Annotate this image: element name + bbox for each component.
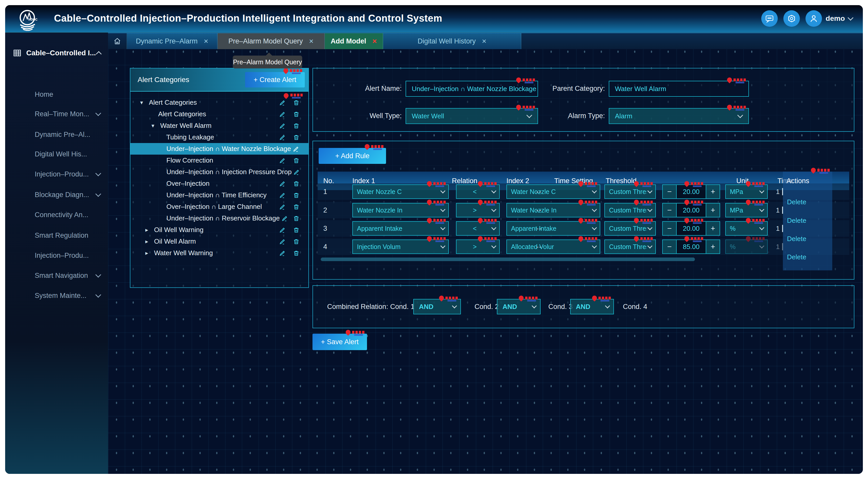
relation-select[interactable]: >	[456, 239, 500, 254]
tab-dynamic-prealarm[interactable]: Dynamic Pre–Alarm×	[127, 33, 218, 49]
unit-select[interactable]: %	[725, 239, 768, 254]
sidebar-item-injection-production-2[interactable]: Injection–Produ...	[5, 250, 108, 261]
decrement-button[interactable]: −	[663, 204, 676, 217]
sidebar-root-item[interactable]: Cable–Controlled I...	[5, 47, 108, 59]
add-rule-button[interactable]: + Add Rule	[319, 148, 386, 164]
edit-icon[interactable]	[279, 238, 286, 245]
index2-select[interactable]: Allocated Volur	[506, 239, 600, 254]
edit-icon[interactable]	[279, 111, 286, 118]
relation-select[interactable]: <	[456, 184, 500, 199]
tree-item-under-injection-time-efficiency[interactable]: Under–Injection ∩ Time Efficiency	[130, 189, 308, 201]
caret-right-icon[interactable]: ▸	[145, 238, 154, 245]
well-type-select[interactable]: Water Well	[406, 108, 538, 124]
sidebar-item-injection-production-1[interactable]: Injection–Produ...	[5, 169, 108, 180]
delete-rule-button[interactable]: Delete	[787, 234, 818, 244]
close-icon[interactable]: ×	[372, 37, 377, 46]
tree-item-under-injection-pressure-drop[interactable]: Under–Injection ∩ Injection Pressure Dro…	[130, 166, 308, 178]
threshold-value[interactable]: 85.00	[676, 240, 706, 253]
sidebar-item-smart-navigation[interactable]: Smart Navigation	[5, 270, 108, 281]
cond3-operator-select[interactable]: AND	[570, 299, 614, 315]
trash-icon[interactable]	[293, 204, 300, 210]
index1-select[interactable]: Injection Volum	[352, 239, 449, 254]
decrement-button[interactable]: −	[663, 240, 676, 253]
trash-icon[interactable]	[293, 180, 300, 187]
trash-icon[interactable]	[293, 157, 300, 164]
index1-select[interactable]: Water Nozzle C	[352, 184, 449, 199]
trash-icon[interactable]	[293, 238, 300, 245]
sidebar-item-smart-regulation[interactable]: Smart Regulation	[5, 230, 108, 241]
alarm-type-select[interactable]: Alarm	[609, 108, 749, 124]
index2-select[interactable]: Water Nozzle In	[506, 203, 600, 217]
tree-item-tubing-leakage[interactable]: Tubing Leakage	[130, 131, 308, 143]
settings-button[interactable]	[783, 10, 800, 27]
user-menu[interactable]: demo	[806, 10, 852, 27]
sidebar-item-connectivity-analysis[interactable]: Connectivity An...	[5, 209, 108, 220]
horizontal-scrollbar[interactable]	[321, 258, 695, 261]
edit-icon[interactable]	[293, 169, 300, 175]
tree-item-water-well-warning[interactable]: ▸ Water Well Warning	[130, 247, 308, 259]
tree-item-oil-well-warning[interactable]: ▸ Oil Well Warning	[130, 224, 308, 236]
caret-down-icon[interactable]: ▾	[140, 99, 149, 106]
unit-select[interactable]: MPa	[725, 184, 768, 199]
edit-icon[interactable]	[281, 215, 288, 222]
tree-item-flow-correction[interactable]: Flow Correction	[130, 155, 308, 166]
trash-icon[interactable]	[293, 215, 300, 222]
threshold-value[interactable]: 20.00	[676, 185, 706, 198]
trash-icon[interactable]	[293, 192, 300, 199]
sidebar-item-realtime-monitoring[interactable]: Real–Time Mon...	[5, 108, 108, 120]
edit-icon[interactable]	[279, 192, 286, 199]
tree-item-over-injection-large-channel[interactable]: Over–Injection ∩ Large Channel	[130, 201, 308, 212]
parent-category-input[interactable]: Water Well Alarm	[609, 81, 749, 97]
sidebar-item-system-maintenance[interactable]: System Mainte...	[5, 290, 108, 301]
tree-item-oil-well-alarm[interactable]: ▸ Oil Well Alarm	[130, 236, 308, 247]
message-button[interactable]	[761, 10, 778, 27]
edit-icon[interactable]	[279, 157, 286, 164]
caret-right-icon[interactable]: ▸	[145, 250, 154, 257]
index2-select[interactable]: Apparent Intake	[506, 221, 600, 236]
threshold-value[interactable]: 20.00	[676, 204, 706, 217]
close-icon[interactable]: ×	[309, 37, 314, 46]
trash-icon[interactable]	[293, 111, 300, 118]
edit-icon[interactable]	[279, 180, 286, 187]
tree-item-alert-categories-root[interactable]: ▾ Alert Categories	[130, 97, 308, 108]
delete-rule-button[interactable]: Delete	[787, 215, 818, 226]
caret-right-icon[interactable]: ▸	[145, 227, 154, 233]
tab-digital-well-history[interactable]: Digital Well History×	[383, 33, 521, 49]
create-alert-button[interactable]: + Create Alert	[245, 72, 305, 87]
delete-rule-button[interactable]: Delete	[787, 197, 818, 207]
relation-select[interactable]: <	[456, 221, 500, 236]
increment-button[interactable]: +	[706, 240, 720, 253]
threshold-select[interactable]: Custom Thres	[604, 203, 656, 217]
edit-icon[interactable]	[279, 204, 286, 210]
threshold-select[interactable]: Custom Thres	[604, 221, 656, 236]
cond1-operator-select[interactable]: AND	[413, 299, 461, 315]
delete-rule-button[interactable]: Delete	[787, 252, 818, 262]
tree-item-under-injection-water-nozzle-blockage[interactable]: Under–Injection ∩ Water Nozzle Blockage	[130, 143, 308, 155]
tab-prealarm-model-query[interactable]: Pre–Alarm Model Query×	[218, 33, 325, 49]
threshold-select[interactable]: Custom Thres	[604, 184, 656, 199]
threshold-select[interactable]: Custom Thres	[604, 239, 656, 254]
index2-select[interactable]: Water Nozzle C	[506, 184, 600, 199]
trash-icon[interactable]	[293, 227, 300, 233]
edit-icon[interactable]	[279, 250, 286, 257]
save-alert-button[interactable]: + Save Alert	[312, 334, 367, 350]
edit-icon[interactable]	[279, 99, 286, 106]
tree-item-under-injection-reservoir-blockage[interactable]: Under–Injection ∩ Reservoir Blockage	[130, 212, 308, 224]
edit-icon[interactable]	[279, 122, 286, 129]
increment-button[interactable]: +	[706, 185, 720, 198]
caret-down-icon[interactable]: ▾	[152, 122, 160, 129]
tree-item-water-well-alarm[interactable]: ▾ Water Well Alarm	[130, 120, 308, 131]
trash-icon[interactable]	[293, 122, 300, 129]
cond2-operator-select[interactable]: AND	[497, 299, 540, 315]
close-icon[interactable]: ×	[482, 37, 487, 46]
edit-icon[interactable]	[279, 227, 286, 233]
relation-select[interactable]: >	[456, 203, 500, 217]
sidebar-item-digital-well-history[interactable]: Digital Well His...	[5, 148, 108, 160]
home-tab-button[interactable]	[108, 33, 127, 49]
edit-icon[interactable]	[279, 134, 286, 141]
trash-icon[interactable]	[293, 250, 300, 257]
decrement-button[interactable]: −	[663, 222, 676, 235]
index1-select[interactable]: Water Nozzle In	[352, 203, 449, 217]
sidebar-item-blockage-diagnosis[interactable]: Blockage Diagn...	[5, 189, 108, 200]
index1-select[interactable]: Apparent Intake	[352, 221, 449, 236]
